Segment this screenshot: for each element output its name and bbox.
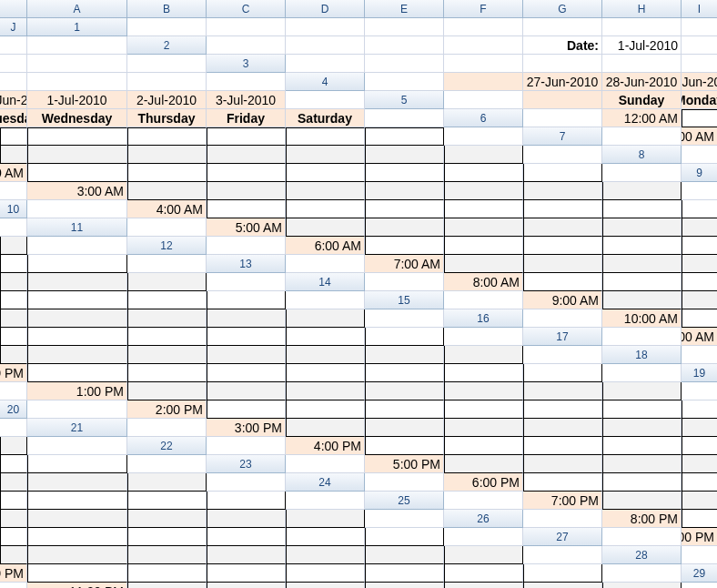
- schedule-cell-r16-cG[interactable]: [207, 328, 286, 346]
- schedule-cell-r17-cG[interactable]: [286, 346, 365, 364]
- schedule-cell-r10-cF[interactable]: [444, 200, 523, 218]
- cell-E3[interactable]: [602, 55, 682, 73]
- schedule-cell-r7-cI[interactable]: [444, 146, 523, 164]
- schedule-cell-r24-cD[interactable]: [602, 473, 682, 492]
- row-header-19[interactable]: 19: [682, 364, 717, 382]
- schedule-cell-r7-cC[interactable]: [0, 146, 27, 164]
- row-header-14[interactable]: 14: [286, 273, 365, 291]
- day-date-3[interactable]: 28-Jun-2010: [602, 73, 682, 91]
- col-header-B[interactable]: B: [127, 0, 207, 18]
- cell-A9[interactable]: [0, 182, 27, 200]
- schedule-cell-r11-cI[interactable]: [0, 237, 27, 255]
- schedule-cell-r11-cD[interactable]: [365, 218, 444, 237]
- schedule-cell-r18-cE[interactable]: [207, 364, 286, 382]
- schedule-cell-r18-cC[interactable]: [27, 364, 127, 382]
- schedule-cell-r28-cD[interactable]: [127, 564, 207, 583]
- cell-A5[interactable]: [444, 91, 523, 109]
- cell-A11[interactable]: [127, 218, 207, 237]
- row-header-11[interactable]: 11: [27, 218, 127, 237]
- schedule-cell-r13-cE[interactable]: [602, 255, 682, 273]
- cell-J7[interactable]: [523, 146, 602, 164]
- schedule-cell-r22-cH[interactable]: [0, 455, 27, 473]
- time-label-22[interactable]: 10:00 PM: [0, 564, 27, 583]
- cell-I2[interactable]: [27, 55, 127, 73]
- schedule-cell-r13-cD[interactable]: [523, 255, 602, 273]
- cell-E1[interactable]: [444, 18, 523, 36]
- schedule-cell-r28-cH[interactable]: [444, 564, 523, 583]
- schedule-cell-r8-cH[interactable]: [444, 164, 523, 182]
- schedule-cell-r6-cC[interactable]: [682, 109, 717, 127]
- cell-J9[interactable]: [682, 182, 717, 200]
- schedule-cell-r12-cD[interactable]: [444, 237, 523, 255]
- schedule-cell-r22-cC[interactable]: [365, 437, 444, 455]
- cell-J12[interactable]: [127, 255, 207, 273]
- time-label-1[interactable]: 1:00 AM: [682, 127, 717, 146]
- col-header-J[interactable]: J: [0, 18, 27, 36]
- schedule-cell-r14-cC[interactable]: [523, 273, 602, 291]
- schedule-cell-r8-cD[interactable]: [127, 164, 207, 182]
- day-name-7[interactable]: Friday: [207, 109, 286, 127]
- schedule-cell-r9-cC[interactable]: [127, 182, 207, 200]
- schedule-cell-r23-cF[interactable]: [682, 455, 717, 473]
- schedule-cell-r18-cI[interactable]: [523, 364, 602, 382]
- col-header-H[interactable]: H: [602, 0, 682, 18]
- schedule-cell-r13-cI[interactable]: [127, 273, 207, 291]
- schedule-cell-r8-cG[interactable]: [365, 164, 444, 182]
- schedule-cell-r14-cE[interactable]: [682, 273, 717, 291]
- col-header-F[interactable]: F: [444, 0, 523, 18]
- cell-A1[interactable]: [127, 18, 207, 36]
- schedule-cell-r14-cI[interactable]: [207, 291, 286, 309]
- schedule-cell-r28-cE[interactable]: [207, 564, 286, 583]
- schedule-cell-r29-cG[interactable]: [444, 583, 523, 588]
- schedule-cell-r17-cF[interactable]: [207, 346, 286, 364]
- cell-A3[interactable]: [286, 55, 365, 73]
- cell-A14[interactable]: [365, 273, 444, 291]
- col-header-E[interactable]: E: [365, 0, 444, 18]
- cell-A25[interactable]: [444, 492, 523, 510]
- schedule-cell-r18-cD[interactable]: [127, 364, 207, 382]
- schedule-cell-r27-cI[interactable]: [444, 546, 523, 564]
- schedule-cell-r28-cF[interactable]: [286, 564, 365, 583]
- col-header-G[interactable]: G: [523, 0, 602, 18]
- row-header-25[interactable]: 25: [365, 492, 444, 510]
- schedule-cell-r27-cF[interactable]: [207, 546, 286, 564]
- schedule-cell-r18-cH[interactable]: [444, 364, 523, 382]
- day-name-2[interactable]: Sunday: [602, 91, 682, 109]
- schedule-cell-r12-cC[interactable]: [365, 237, 444, 255]
- schedule-cell-r27-cC[interactable]: [0, 546, 27, 564]
- schedule-cell-r21-cD[interactable]: [365, 419, 444, 437]
- cell-J2[interactable]: [127, 55, 207, 73]
- schedule-cell-r14-cH[interactable]: [127, 291, 207, 309]
- time-label-4[interactable]: 4:00 AM: [127, 200, 207, 218]
- col-header-C[interactable]: C: [207, 0, 286, 18]
- cell-A27[interactable]: [602, 528, 682, 546]
- schedule-cell-r25-cG[interactable]: [127, 510, 207, 528]
- schedule-cell-r7-cD[interactable]: [27, 146, 127, 164]
- cell-A12[interactable]: [207, 237, 286, 255]
- schedule-cell-r10-cD[interactable]: [286, 200, 365, 218]
- cell-B5[interactable]: [523, 91, 602, 109]
- cell-J29[interactable]: [682, 583, 717, 588]
- schedule-cell-r20-cC[interactable]: [207, 400, 286, 419]
- cell-A7[interactable]: [602, 127, 682, 146]
- schedule-cell-r10-cC[interactable]: [207, 200, 286, 218]
- schedule-cell-r9-cD[interactable]: [207, 182, 286, 200]
- select-all-corner[interactable]: [0, 0, 27, 18]
- schedule-cell-r16-cC[interactable]: [682, 309, 717, 328]
- schedule-cell-r14-cD[interactable]: [602, 273, 682, 291]
- time-label-0[interactable]: 12:00 AM: [602, 109, 682, 127]
- cell-A2[interactable]: [207, 36, 286, 55]
- schedule-cell-r12-cH[interactable]: [0, 255, 27, 273]
- cell-A22[interactable]: [207, 437, 286, 455]
- time-label-6[interactable]: 6:00 AM: [286, 237, 365, 255]
- schedule-cell-r29-cE[interactable]: [286, 583, 365, 588]
- time-label-8[interactable]: 8:00 AM: [444, 273, 523, 291]
- schedule-cell-r15-cI[interactable]: [286, 309, 365, 328]
- schedule-cell-r19-cE[interactable]: [286, 382, 365, 400]
- cell-J26[interactable]: [444, 528, 523, 546]
- schedule-cell-r15-cH[interactable]: [207, 309, 286, 328]
- schedule-cell-r6-cF[interactable]: [127, 127, 207, 146]
- schedule-cell-r7-cG[interactable]: [286, 146, 365, 164]
- schedule-cell-r19-cF[interactable]: [365, 382, 444, 400]
- row-header-28[interactable]: 28: [602, 546, 682, 564]
